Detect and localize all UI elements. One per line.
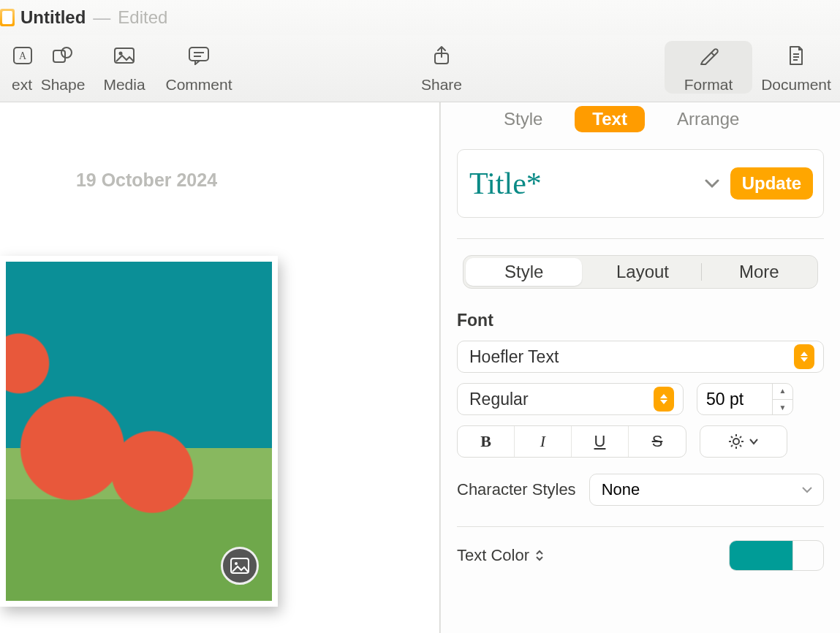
svg-point-14 [235,562,238,565]
svg-point-5 [119,52,123,56]
strikethrough-button[interactable]: S [629,426,686,457]
toolbar-label: Media [103,70,145,94]
gear-icon [728,433,744,450]
image-placeholder[interactable] [0,256,278,607]
toolbar-label: Comment [165,70,232,94]
stepper-down[interactable]: ▼ [773,400,792,416]
format-inspector: Style Text Arrange Title* Update Style L… [440,102,840,633]
tab-style[interactable]: Style [486,106,560,132]
svg-line-20 [731,436,733,438]
font-size-field[interactable]: 50 pt ▲ ▼ [697,383,793,415]
paragraph-style-picker[interactable]: Title* Update [457,149,824,218]
text-style-group: B I U S [457,425,686,458]
bold-button[interactable]: B [458,426,515,457]
font-section-label: Font [457,311,824,330]
character-styles-select[interactable]: None [589,474,824,506]
stepper-up[interactable]: ▲ [773,383,792,400]
character-styles-label: Character Styles [457,480,576,499]
svg-point-3 [61,48,72,58]
font-size-value: 50 pt [706,390,743,409]
svg-line-23 [740,436,741,438]
shape-icon [52,41,74,70]
font-family-value: Hoefler Text [469,347,559,367]
toolbar-comment-button[interactable]: Comment [155,41,243,94]
font-family-select[interactable]: Hoefler Text [457,341,824,373]
text-subsection-segments: Style Layout More [463,255,818,289]
divider [457,526,824,527]
toolbar-document-button[interactable]: Document [752,41,840,94]
select-stepper-icon [654,387,674,412]
text-color-label: Text Color [457,546,544,565]
tab-text[interactable]: Text [575,106,645,132]
segment-layout[interactable]: Layout [584,256,700,288]
svg-rect-6 [189,48,208,61]
toolbar-label: Shape [41,70,86,94]
share-icon [433,41,450,70]
text-color-button[interactable] [729,540,824,571]
window-titlebar: Untitled — Edited [0,0,840,35]
document-icon [0,9,15,26]
font-weight-select[interactable]: Regular [457,383,684,415]
update-style-button[interactable]: Update [730,167,813,200]
italic-button[interactable]: I [515,426,572,457]
updown-icon [535,550,544,561]
document-canvas[interactable]: 19 October 2024 [0,102,440,633]
paragraph-style-name: Title* [469,166,694,201]
document-date[interactable]: 19 October 2024 [0,170,366,191]
toolbar-label: Share [421,70,462,94]
toolbar-label: Document [761,70,831,94]
toolbar-media-button[interactable]: Media [94,41,155,94]
font-size-stepper[interactable]: ▲ ▼ [772,383,792,415]
toolbar-share-button[interactable]: Share [411,41,472,94]
format-icon [698,41,719,70]
chevron-down-icon [749,438,759,445]
media-icon [113,41,135,70]
document-page-icon [787,41,805,70]
tab-arrange[interactable]: Arrange [659,106,757,132]
title-separator: — [86,7,118,28]
select-stepper-icon [794,344,814,369]
chevron-down-icon [801,486,813,493]
comment-icon [188,41,210,70]
textbox-icon: A [13,41,32,70]
inspector-tabbar: Style Text Arrange [441,102,840,136]
color-swatch[interactable] [730,541,792,570]
document-title[interactable]: Untitled [20,7,86,28]
text-panel: Title* Update Style Layout More Font Hoe… [441,136,840,571]
document-status: Edited [118,7,167,28]
svg-point-15 [733,439,739,444]
segment-style[interactable]: Style [466,258,582,286]
image-replace-button[interactable] [221,547,259,585]
toolbar-label: Format [684,70,733,94]
color-picker-icon[interactable] [792,541,823,570]
divider [457,238,824,239]
toolbar-shape-button[interactable]: Shape [32,41,94,94]
segment-more[interactable]: More [701,256,817,288]
toolbar: A ext Shape Media Comment Share Format [0,35,840,102]
svg-line-22 [731,445,733,447]
toolbar-text-button[interactable]: A ext [0,41,32,94]
underline-button[interactable]: U [572,426,629,457]
svg-text:A: A [19,50,27,61]
svg-line-21 [740,445,741,447]
toolbar-format-button[interactable]: Format [665,41,752,94]
advanced-options-button[interactable] [700,425,787,458]
chevron-down-icon[interactable] [704,178,720,189]
toolbar-label: ext [12,70,32,94]
character-styles-value: None [602,480,640,499]
font-weight-value: Regular [469,390,529,409]
main-area: 19 October 2024 Style Text Arrange Title… [0,102,840,633]
